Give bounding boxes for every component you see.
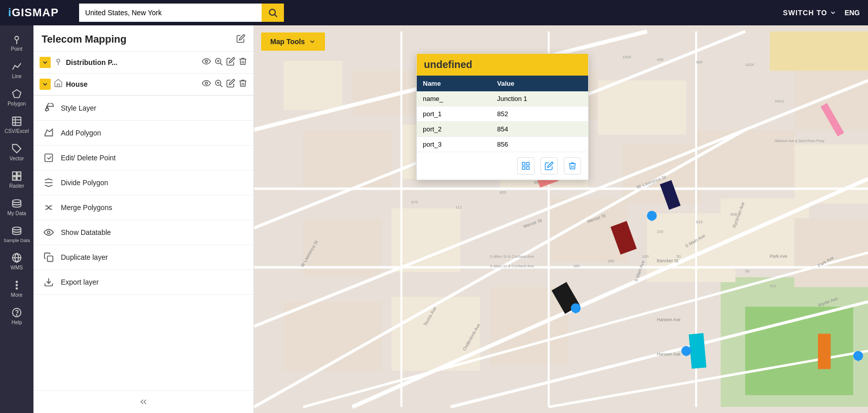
svg-point-20 bbox=[57, 59, 60, 62]
switch-to-label: SWITCH TO bbox=[783, 9, 827, 17]
layer-expand-house[interactable] bbox=[40, 79, 51, 90]
popup-cell-value-3: 856 bbox=[491, 137, 588, 152]
house-visibility-icon[interactable] bbox=[202, 79, 211, 90]
layer-expand-distribution[interactable] bbox=[40, 57, 51, 68]
svg-text:Ryckman Ave: Ryckman Ave bbox=[732, 201, 746, 228]
svg-rect-43 bbox=[352, 71, 421, 115]
svg-marker-26 bbox=[55, 80, 62, 87]
svg-point-19 bbox=[16, 315, 17, 315]
svg-rect-9 bbox=[17, 172, 21, 176]
double-chevron-left-icon bbox=[138, 397, 149, 407]
svg-point-28 bbox=[205, 82, 208, 85]
add-polygon-label: Add Polygon bbox=[61, 129, 101, 137]
context-merge-polygons[interactable]: Merge Polygons bbox=[33, 195, 254, 220]
sidebar-item-more[interactable]: More bbox=[0, 276, 33, 302]
svg-text:100: 100 bbox=[657, 229, 663, 234]
layers-panel: Telecom Mapping Distribution P... bbox=[33, 25, 254, 413]
polygon-icon bbox=[11, 88, 22, 99]
house-delete-icon[interactable] bbox=[238, 79, 247, 90]
layers-edit-button[interactable] bbox=[236, 34, 245, 45]
context-add-polygon[interactable]: Add Polygon bbox=[33, 121, 254, 146]
context-edit-delete-point[interactable]: Edit/ Delete Point bbox=[33, 146, 254, 170]
switch-to-button[interactable]: SWITCH TO bbox=[783, 9, 836, 17]
brush-icon bbox=[44, 103, 54, 113]
search-bar bbox=[79, 4, 284, 22]
svg-rect-123 bbox=[820, 103, 844, 136]
context-duplicate-layer[interactable]: Duplicate layer bbox=[33, 245, 254, 270]
svg-marker-129 bbox=[573, 308, 579, 314]
svg-line-69 bbox=[303, 253, 868, 407]
add-polygon-icon bbox=[44, 128, 54, 138]
svg-line-23 bbox=[220, 63, 222, 65]
sidebar-item-vector[interactable]: Vector bbox=[0, 139, 33, 165]
distribution-edit-icon[interactable] bbox=[226, 57, 235, 68]
logo-main: GISMAP bbox=[12, 6, 59, 19]
svg-text:685: 685 bbox=[696, 60, 703, 64]
popup-table-button[interactable] bbox=[517, 157, 534, 175]
svg-text:111: 111 bbox=[455, 205, 462, 210]
svg-rect-51 bbox=[549, 198, 627, 262]
sidebar-item-wms[interactable]: WMS bbox=[0, 248, 33, 274]
search-input[interactable] bbox=[79, 4, 262, 22]
context-style-layer[interactable]: Style Layer bbox=[33, 96, 254, 121]
svg-rect-142 bbox=[522, 162, 525, 165]
context-divide-polygon[interactable]: Divide Polygon bbox=[33, 170, 254, 195]
export-layer-label: Export layer bbox=[61, 278, 99, 286]
svg-text:100: 100 bbox=[642, 254, 648, 259]
context-export-layer[interactable]: Export layer bbox=[33, 270, 254, 295]
distribution-delete-icon[interactable] bbox=[238, 57, 247, 68]
svg-text:50: 50 bbox=[623, 224, 627, 229]
help-icon bbox=[11, 307, 22, 318]
layers-header: Telecom Mapping bbox=[33, 25, 254, 52]
svg-text:855: 855 bbox=[499, 190, 506, 195]
distribution-layer-name: Distribution P... bbox=[66, 58, 199, 66]
svg-text:Mercer St: Mercer St bbox=[587, 213, 606, 224]
trash-icon bbox=[568, 161, 577, 170]
map-tools-button[interactable]: Map Tools bbox=[261, 32, 325, 51]
sidebar-item-sampledata[interactable]: Sample Data bbox=[0, 221, 33, 247]
svg-marker-135 bbox=[683, 351, 690, 357]
app-header: iGISMAP SWITCH TO ENG bbox=[0, 0, 868, 25]
sidebar-item-csv[interactable]: CSV/Excel bbox=[0, 112, 33, 138]
sidebar-item-help[interactable]: Help bbox=[0, 303, 33, 329]
distribution-visibility-icon[interactable] bbox=[202, 57, 211, 68]
svg-rect-37 bbox=[48, 256, 53, 262]
svg-text:S Main Ave: S Main Ave bbox=[633, 260, 645, 283]
house-edit-icon[interactable] bbox=[226, 79, 235, 90]
collapse-panel-button[interactable] bbox=[33, 390, 254, 413]
sidebar-item-polygon[interactable]: Polygon bbox=[0, 84, 33, 111]
edit-icon bbox=[545, 161, 554, 170]
header-right: SWITCH TO ENG bbox=[783, 9, 860, 17]
raster-icon bbox=[11, 170, 22, 182]
edit-point-icon bbox=[44, 153, 54, 163]
context-show-datatable[interactable]: Show Datatable bbox=[33, 220, 254, 245]
point-icon bbox=[11, 33, 22, 45]
svg-rect-40 bbox=[720, 277, 868, 407]
svg-point-36 bbox=[48, 231, 50, 234]
svg-rect-41 bbox=[745, 306, 853, 395]
search-button[interactable] bbox=[262, 4, 284, 22]
house-zoom-icon[interactable] bbox=[214, 79, 223, 90]
sidebar-item-point[interactable]: Point bbox=[0, 29, 33, 56]
sidebar-item-mydata[interactable]: My Data bbox=[0, 194, 33, 220]
mydata-icon bbox=[11, 198, 22, 209]
show-datatable-label: Show Datatable bbox=[61, 228, 111, 236]
map-area[interactable]: Mercer St Mercer St Mercer St W. Lawrenc… bbox=[254, 25, 868, 413]
svg-text:W Lawrence St: W Lawrence St bbox=[300, 239, 319, 268]
svg-rect-118 bbox=[610, 221, 637, 255]
svg-rect-11 bbox=[17, 177, 21, 180]
sidebar-item-raster[interactable]: Raster bbox=[0, 166, 33, 193]
context-menu: Style Layer Add Polygon Edit/ Delete Poi… bbox=[33, 95, 254, 295]
svg-rect-119 bbox=[552, 282, 580, 314]
sidebar-item-line[interactable]: Line bbox=[0, 57, 33, 83]
chevron-down-icon bbox=[42, 81, 49, 88]
language-button[interactable]: ENG bbox=[845, 9, 860, 17]
popup-edit-button[interactable] bbox=[540, 157, 558, 175]
svg-marker-3 bbox=[13, 90, 21, 98]
svg-line-67 bbox=[352, 179, 868, 407]
popup-cell-name-0: name_ bbox=[417, 91, 491, 107]
layers-title: Telecom Mapping bbox=[42, 33, 126, 45]
distribution-zoom-icon[interactable] bbox=[214, 57, 223, 68]
popup-delete-button[interactable] bbox=[564, 157, 581, 175]
svg-text:Madison Ave & Saint Rose Pkwy: Madison Ave & Saint Rose Pkwy bbox=[775, 139, 825, 143]
